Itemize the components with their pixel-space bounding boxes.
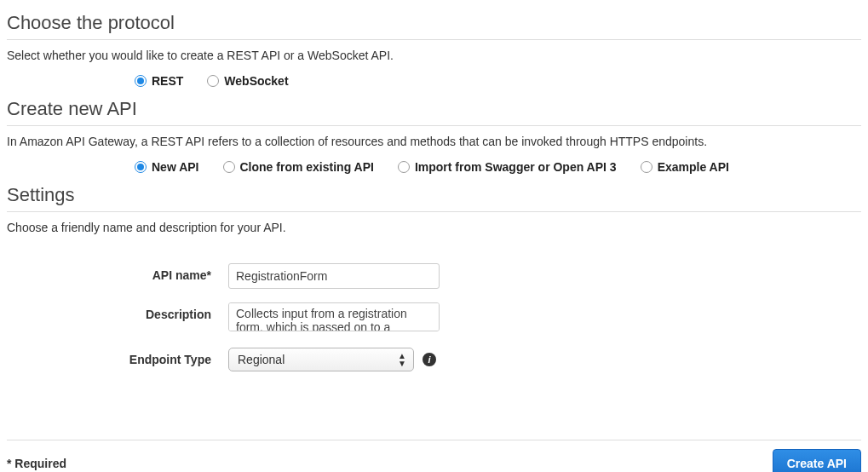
divider — [7, 211, 861, 212]
create-api-radio-example[interactable]: Example API — [641, 160, 729, 174]
radio-label: Example API — [658, 160, 729, 174]
description-textarea[interactable] — [228, 302, 440, 331]
form-row-description: Description — [7, 302, 861, 334]
footer-bar: * Required Create API — [7, 449, 861, 472]
divider — [7, 440, 861, 440]
protocol-section-title: Choose the protocol — [7, 12, 861, 34]
form-row-endpoint-type: Endpoint Type Regional ▲▼ i — [7, 348, 861, 371]
required-note: * Required — [7, 457, 66, 470]
api-name-input[interactable] — [228, 263, 440, 289]
settings-section-title: Settings — [7, 184, 861, 206]
protocol-section-desc: Select whether you would like to create … — [7, 49, 861, 62]
radio-icon — [135, 75, 147, 87]
radio-icon — [398, 161, 410, 173]
description-label: Description — [7, 302, 228, 321]
protocol-radio-websocket[interactable]: WebSocket — [207, 74, 288, 88]
radio-icon — [223, 161, 235, 173]
radio-icon — [641, 161, 652, 173]
radio-label: Import from Swagger or Open API 3 — [415, 160, 617, 174]
radio-icon — [135, 161, 147, 173]
protocol-radio-group: REST WebSocket — [135, 74, 861, 88]
api-name-label: API name* — [7, 263, 228, 282]
divider — [7, 39, 861, 40]
create-api-radio-new[interactable]: New API — [135, 160, 199, 174]
settings-section-desc: Choose a friendly name and description f… — [7, 221, 861, 234]
create-api-radio-clone[interactable]: Clone from existing API — [223, 160, 374, 174]
create-api-radio-import[interactable]: Import from Swagger or Open API 3 — [398, 160, 617, 174]
form-row-api-name: API name* — [7, 263, 861, 289]
protocol-radio-rest[interactable]: REST — [135, 74, 183, 88]
chevron-up-down-icon: ▲▼ — [398, 352, 406, 367]
radio-label: New API — [152, 160, 199, 174]
endpoint-type-value: Regional — [238, 353, 285, 366]
create-api-radio-group: New API Clone from existing API Import f… — [135, 160, 861, 174]
radio-label: WebSocket — [224, 74, 288, 88]
create-api-section-title: Create new API — [7, 98, 861, 120]
endpoint-type-select[interactable]: Regional ▲▼ — [228, 348, 414, 371]
create-api-button[interactable]: Create API — [773, 449, 861, 472]
endpoint-type-label: Endpoint Type — [7, 348, 228, 366]
radio-label: Clone from existing API — [240, 160, 374, 174]
divider — [7, 125, 861, 126]
radio-label: REST — [152, 74, 183, 88]
radio-icon — [207, 75, 219, 87]
info-icon[interactable]: i — [423, 353, 436, 366]
create-api-section-desc: In Amazon API Gateway, a REST API refers… — [7, 135, 861, 148]
